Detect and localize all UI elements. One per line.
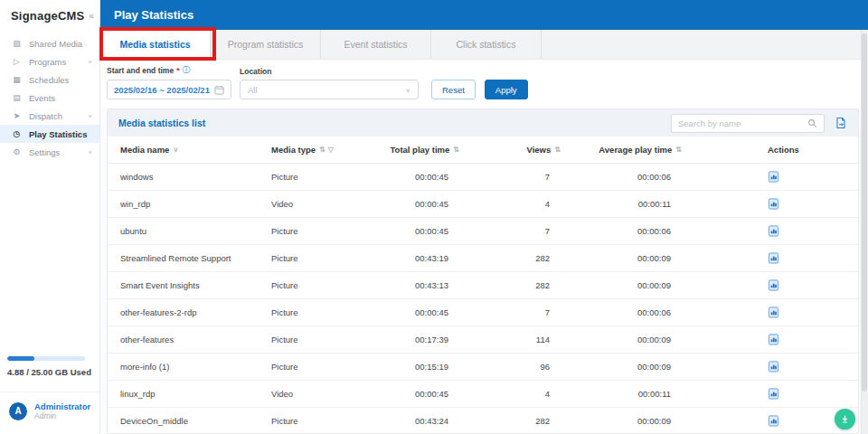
report-detail-icon[interactable]: [768, 307, 779, 318]
sort-icon[interactable]: ⇅: [319, 146, 326, 154]
column-header-views: Views ⇅: [474, 145, 575, 155]
cell-views: 4: [474, 389, 575, 399]
page-title: Play Statistics: [114, 8, 193, 22]
sidebar-item-dispatch[interactable]: ➤ Dispatch ∨: [0, 107, 99, 125]
cell-total-play-time: 00:00:45: [376, 307, 474, 317]
search-input[interactable]: [678, 118, 803, 128]
clipboard-icon: ▤: [12, 93, 22, 102]
sort-down-icon[interactable]: ∨: [173, 146, 178, 154]
cell-media-type: Picture: [259, 226, 376, 236]
report-detail-icon[interactable]: [768, 388, 779, 400]
export-button[interactable]: [835, 117, 847, 129]
chevron-down-icon: ∨: [88, 59, 92, 64]
storage-progress-track: [7, 356, 85, 361]
page-header: Play Statistics: [100, 0, 868, 30]
sidebar-collapse-icon[interactable]: «: [89, 11, 94, 21]
table-row: linux_rdp Video 00:00:45 4 00:00:11: [108, 381, 858, 408]
reset-button[interactable]: Reset: [431, 80, 476, 99]
report-detail-icon[interactable]: [768, 334, 779, 345]
cell-views: 7: [474, 307, 575, 317]
download-fab-button[interactable]: [835, 409, 855, 429]
cell-total-play-time: 00:43:19: [376, 253, 474, 263]
sidebar-item-settings[interactable]: ⚙ Settings ∨: [0, 143, 99, 161]
filter-bar: Start and end time* ⓘ 2025/02/16 ~ 2025/…: [100, 60, 868, 108]
cell-total-play-time: 00:17:39: [376, 335, 474, 344]
filter-funnel-icon[interactable]: ▽: [328, 146, 334, 154]
cell-average-play-time: 00:00:09: [575, 335, 716, 344]
scrollbar-track[interactable]: [861, 30, 868, 434]
cell-media-type: Picture: [259, 362, 376, 372]
export-icon: [835, 117, 847, 129]
card-title: Media statistics list: [118, 118, 205, 128]
sort-icon[interactable]: ⇅: [453, 146, 459, 154]
user-profile[interactable]: A Administrator Admin: [0, 392, 99, 434]
cell-views: 282: [474, 253, 575, 263]
tab-media-statistics[interactable]: Media statistics: [100, 30, 211, 59]
cell-total-play-time: 00:43:24: [376, 416, 474, 426]
cell-average-play-time: 00:00:09: [575, 280, 716, 290]
cell-media-name: linux_rdp: [108, 389, 259, 399]
cell-views: 282: [474, 280, 575, 290]
sidebar-header: SignageCMS «: [0, 0, 99, 31]
clock-icon: ◷: [12, 129, 22, 138]
table-row: more-info (1) Picture 00:15:19 96 00:00:…: [108, 354, 858, 381]
sidebar-item-shared-media[interactable]: ▧ Shared Media: [0, 34, 99, 52]
table-header-row: Media name ∨ Media type ⇅ ▽ Total play t…: [108, 137, 858, 164]
main-area: Play Statistics Media statistics Program…: [100, 0, 868, 434]
report-detail-icon[interactable]: [768, 225, 779, 237]
cell-average-play-time: 00:00:09: [575, 362, 716, 372]
tab-program-statistics[interactable]: Program statistics: [211, 30, 321, 59]
info-icon[interactable]: ⓘ: [182, 64, 190, 76]
location-select[interactable]: All ∨: [240, 80, 419, 99]
date-range-value: 2025/02/16 ~ 2025/02/21: [114, 85, 210, 95]
date-range-input[interactable]: 2025/02/16 ~ 2025/02/21: [107, 80, 231, 99]
column-header-media-type: Media type ⇅ ▽: [259, 145, 376, 155]
sidebar-item-label: Settings: [29, 147, 60, 157]
chevron-down-icon: ∨: [88, 113, 92, 118]
column-header-average-play-time: Average play time ⇅: [575, 145, 716, 155]
report-detail-icon[interactable]: [768, 171, 779, 183]
sidebar-item-events[interactable]: ▤ Events: [0, 89, 99, 107]
card-header: Media statistics list: [108, 109, 858, 137]
tab-event-statistics[interactable]: Event statistics: [321, 30, 431, 59]
cell-average-play-time: 00:00:09: [575, 253, 716, 263]
cell-media-type: Picture: [259, 307, 376, 317]
apply-button[interactable]: Apply: [485, 80, 528, 99]
cell-views: 96: [474, 362, 575, 372]
cell-media-type: Picture: [259, 280, 376, 290]
table-row: Streamlined Remote Support Picture 00:43…: [108, 245, 858, 272]
cell-total-play-time: 00:15:19: [376, 362, 474, 372]
table-row: win_rdp Video 00:00:45 4 00:00:11: [108, 191, 858, 218]
search-box: [671, 114, 825, 133]
report-detail-icon[interactable]: [768, 361, 779, 373]
sidebar-item-programs[interactable]: ▷ Programs ∨: [0, 52, 99, 71]
location-label: Location: [240, 67, 419, 76]
tab-click-statistics[interactable]: Click statistics: [431, 30, 542, 59]
sidebar-item-label: Dispatch: [29, 111, 62, 121]
cell-views: 282: [474, 416, 575, 426]
tab-label: Program statistics: [228, 39, 303, 50]
column-header-total-play-time: Total play time ⇅: [376, 145, 474, 155]
cell-media-name: win_rdp: [108, 199, 259, 209]
calendar-icon: [214, 85, 224, 95]
sidebar-item-label: Programs: [29, 57, 66, 67]
send-icon: ➤: [12, 111, 22, 120]
cell-media-name: DeviceOn_middle: [108, 416, 259, 426]
report-detail-icon[interactable]: [768, 279, 779, 291]
cell-media-type: Picture: [259, 335, 376, 344]
sidebar-item-play-statistics[interactable]: ◷ Play Statistics: [0, 125, 99, 143]
sort-icon[interactable]: ⇅: [675, 146, 682, 154]
sort-icon[interactable]: ⇅: [554, 146, 561, 154]
location-select-value: All: [248, 85, 258, 95]
table-body: windows Picture 00:00:45 7 00:00:06 win_…: [108, 164, 858, 434]
cell-media-name: Smart Event Insights: [108, 280, 259, 290]
sidebar-item-schedules[interactable]: ▦ Schedules: [0, 71, 99, 89]
report-detail-icon[interactable]: [768, 198, 779, 210]
scrollbar-thumb[interactable]: [862, 33, 867, 392]
report-detail-icon[interactable]: [768, 415, 779, 427]
required-mark: *: [176, 66, 179, 75]
sidebar-item-label: Schedules: [29, 75, 69, 85]
cell-average-play-time: 00:00:06: [575, 307, 716, 317]
cell-total-play-time: 00:43:13: [376, 280, 474, 290]
report-detail-icon[interactable]: [768, 252, 779, 264]
